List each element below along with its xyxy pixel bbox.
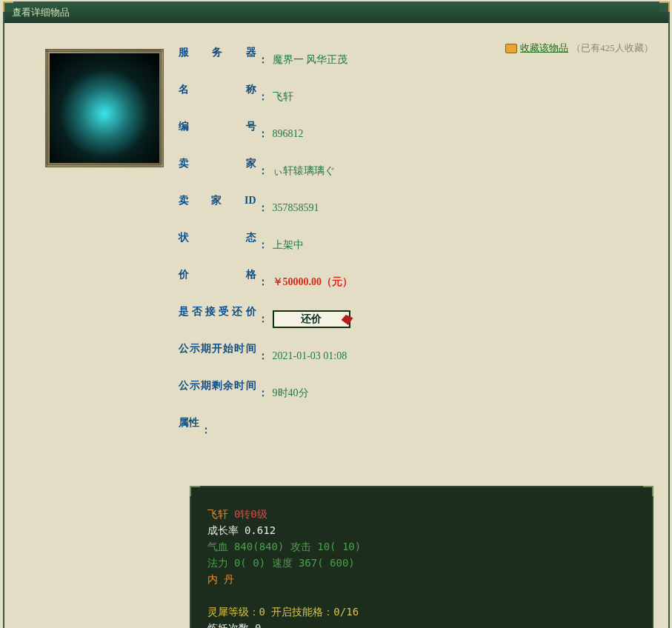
corner-decoration [3,1,13,12]
stat-neidan: 内 丹 [207,571,636,587]
info-row-id: 编号 ： 896812 [179,116,653,153]
label-server: 服务器 [179,45,256,75]
label-price: 价格 [179,267,256,297]
label-seller: 卖家 [179,156,256,186]
stat-name-line: 飞轩 0转0级 [207,506,636,522]
stat-hp-line: 气血 840(840) 攻击 10( 10) [207,538,636,555]
favorite-count: （已有425人收藏） [571,41,653,55]
label-id: 编号 [179,119,256,149]
info-row-status: 状态 ： 上架中 [179,227,653,264]
colon: ： [199,423,216,438]
info-row-seller: 卖家 ： ぃ轩辕璃璃ぐ [179,153,653,190]
label-bargain: 是否接受还价 [179,304,256,334]
value-server: 魔界一 风华正茂 [273,53,348,67]
label-status: 状态 [179,230,256,260]
value-seller-id: 357858591 [273,201,319,216]
value-id: 896812 [273,127,304,141]
value-price: ￥50000.00（元） [273,275,353,290]
stat-growth-line: 成长率 0.612 [207,522,636,538]
colon: ： [256,238,273,253]
info-block: 收藏该物品 （已有425人收藏） 服务器 ： 魔界一 风华正茂 名称 ： 飞轩 … [179,41,653,449]
bargain-button-label: 还价 [301,313,322,326]
label-pub-start: 公示期开始时间 [179,341,256,371]
stat-mp-line: 法力 0( 0) 速度 367( 600) [207,555,636,571]
window-title: 查看详细物品 [12,6,70,19]
value-status: 上架中 [273,238,304,253]
info-row-price: 价格 ： ￥50000.00（元） [179,264,653,301]
colon: ： [256,201,273,216]
value-pub-remain: 9时40分 [273,386,309,401]
colon: ： [256,386,273,401]
info-row-seller-id: 卖家ID ： 357858591 [179,190,653,227]
spacer [207,587,636,604]
corner-decoration [643,486,653,496]
info-row-pub-remain: 公示期剩余时间 ： 9时40分 [179,375,653,412]
info-row-bargain: 是否接受还价 ： 还价 [179,301,653,338]
stat-rank: 0转0级 [234,508,267,520]
label-pub-remain: 公示期剩余时间 [179,378,256,408]
stat-growth-label: 成长率 [207,524,239,536]
label-attr: 属性 [179,415,199,445]
favorite-area: 收藏该物品 （已有425人收藏） [505,41,653,55]
bargain-button[interactable]: 还价 [273,310,350,328]
leaf-icon [342,315,353,325]
info-row-name: 名称 ： 飞轩 [179,78,653,116]
content-area: 收藏该物品 （已有425人收藏） 服务器 ： 魔界一 风华正茂 名称 ： 飞轩 … [4,23,668,482]
favorite-link[interactable]: 收藏该物品 [520,41,568,55]
value-name: 飞轩 [273,90,293,104]
value-pub-start: 2021-01-03 01:08 [273,349,347,364]
colon: ： [256,349,273,364]
item-detail-window: 查看详细物品 收藏该物品 （已有425人收藏） 服务器 ： 魔界一 风华正茂 名… [3,1,670,628]
titlebar: 查看详细物品 [4,3,668,23]
stat-lianyao-line: 炼妖次数 0 [207,620,636,628]
info-row-attr: 属性 ： [179,412,653,449]
folder-icon [505,44,517,53]
info-row-pub-start: 公示期开始时间 ： 2021-01-03 01:08 [179,338,653,375]
colon: ： [256,127,273,141]
colon: ： [256,312,273,327]
stats-panel: 飞轩 0转0级 成长率 0.612 气血 840(840) 攻击 10( 10)… [190,486,653,628]
colon: ： [256,164,273,178]
portrait-frame [45,49,164,167]
value-seller: ぃ轩辕璃璃ぐ [273,164,335,178]
colon: ： [256,90,273,104]
item-portrait [50,53,159,163]
stat-name: 飞轩 [207,508,228,520]
stat-lingxi-line: 灵犀等级：0 开启技能格：0/16 [207,604,636,620]
corner-decoration [659,1,670,12]
label-name: 名称 [179,82,256,112]
colon: ： [256,53,273,67]
stat-growth-value: 0.612 [244,524,276,536]
label-seller-id: 卖家ID [179,193,256,223]
corner-decoration [190,486,200,496]
colon: ： [256,275,273,290]
